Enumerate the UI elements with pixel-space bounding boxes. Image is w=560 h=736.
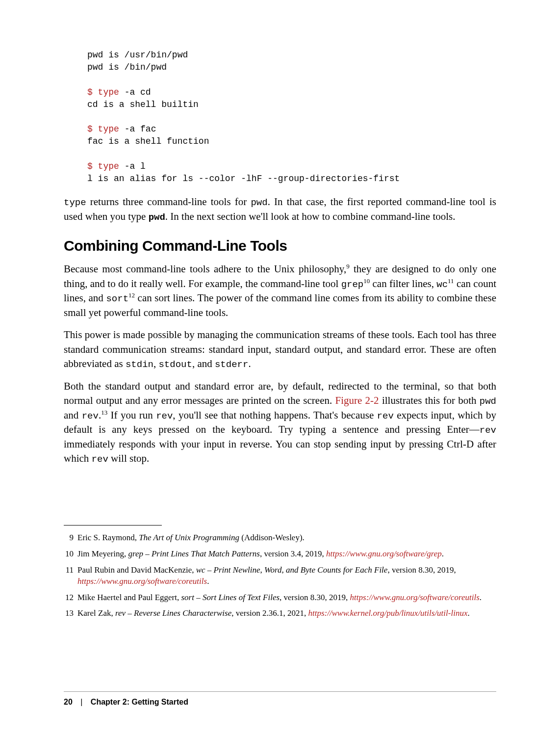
footnote-link[interactable]: https://www.gnu.org/software/coreutils xyxy=(350,593,480,602)
footnote-ref: 13 xyxy=(101,409,107,416)
footnote-ref: 11 xyxy=(448,277,454,285)
command: type xyxy=(98,124,119,134)
code-line: pwd is /usr/bin/pwd xyxy=(87,50,188,60)
figure-link[interactable]: Figure 2-2 xyxy=(335,394,379,406)
code-output: cd is a shell builtin xyxy=(87,100,199,109)
footnote-ref: 12 xyxy=(128,291,135,299)
prompt: $ xyxy=(87,87,98,97)
footnote: 13 Karel Zak, rev – Reverse Lines Charac… xyxy=(64,608,496,619)
footnote-number: 10 xyxy=(64,549,77,560)
inline-code: stderr xyxy=(215,359,248,370)
paragraph: type returns three command-line tools fo… xyxy=(64,195,496,224)
prompt: $ xyxy=(87,161,98,171)
code-line: pwd is /bin/pwd xyxy=(87,62,167,72)
prompt: $ xyxy=(87,124,98,134)
command-args: -a l xyxy=(119,161,146,171)
code-output: fac is a shell function xyxy=(87,136,209,146)
inline-code: rev xyxy=(480,425,496,436)
inline-code: pwd xyxy=(251,197,267,208)
command-args: -a cd xyxy=(119,87,151,97)
footer-divider: | xyxy=(80,698,82,706)
inline-code: sort xyxy=(106,293,128,304)
footnote-ref: 10 xyxy=(363,277,370,285)
footnote-text: Mike Haertel and Paul Eggert, sort – Sor… xyxy=(77,592,496,604)
command: type xyxy=(98,87,119,97)
footnotes-section: 9 Eric S. Raymond, The Art of Unix Progr… xyxy=(64,532,496,620)
footnote-number: 9 xyxy=(64,532,77,544)
footnote-link[interactable]: https://www.gnu.org/software/coreutils xyxy=(77,577,207,586)
paragraph: Because most command-line tools adhere t… xyxy=(64,262,496,320)
footnote: 9 Eric S. Raymond, The Art of Unix Progr… xyxy=(64,532,496,544)
inline-code: stdin xyxy=(126,359,153,370)
inline-code: rev xyxy=(377,411,394,421)
footnote-number: 13 xyxy=(64,608,77,619)
paragraph: Both the standard output and standard er… xyxy=(64,379,496,466)
command-args: -a fac xyxy=(119,124,156,134)
footnote: 12 Mike Haertel and Paul Eggert, sort – … xyxy=(64,592,496,604)
page-footer: 20 | Chapter 2: Getting Started xyxy=(64,691,496,707)
inline-code-bold: pwd xyxy=(149,212,165,223)
chapter-title: Chapter 2: Getting Started xyxy=(91,698,188,706)
command: type xyxy=(98,161,119,171)
inline-code: pwd xyxy=(480,396,496,407)
footnote-text: Paul Rubin and David MacKenzie, wc – Pri… xyxy=(77,565,496,587)
code-block: pwd is /usr/bin/pwd pwd is /bin/pwd $ ty… xyxy=(87,49,496,185)
inline-code: grep xyxy=(341,279,364,290)
footnote-separator xyxy=(64,525,162,526)
paragraph: This power is made possible by managing … xyxy=(64,328,496,371)
section-heading: Combining Command-Line Tools xyxy=(64,237,496,254)
inline-code: rev xyxy=(82,411,99,421)
footnote-number: 11 xyxy=(64,565,77,587)
inline-code: stdout xyxy=(158,359,192,370)
footnote-link[interactable]: https://www.kernel.org/pub/linux/utils/u… xyxy=(308,608,468,618)
footnote: 10 Jim Meyering, grep – Print Lines That… xyxy=(64,549,496,560)
inline-code: wc xyxy=(436,279,448,290)
footnote-text: Karel Zak, rev – Reverse Lines Character… xyxy=(77,608,496,619)
inline-code: rev xyxy=(92,454,108,465)
page-number: 20 xyxy=(64,698,73,706)
footnote-text: Eric S. Raymond, The Art of Unix Program… xyxy=(77,532,496,544)
footnote-text: Jim Meyering, grep – Print Lines That Ma… xyxy=(77,549,496,560)
inline-code: rev xyxy=(156,411,173,421)
code-output: l is an alias for ls --color -lhF --grou… xyxy=(87,174,400,184)
footnote: 11 Paul Rubin and David MacKenzie, wc – … xyxy=(64,565,496,587)
footnote-link[interactable]: https://www.gnu.org/software/grep xyxy=(326,549,442,558)
footnote-number: 12 xyxy=(64,592,77,604)
inline-code: type xyxy=(64,197,86,208)
